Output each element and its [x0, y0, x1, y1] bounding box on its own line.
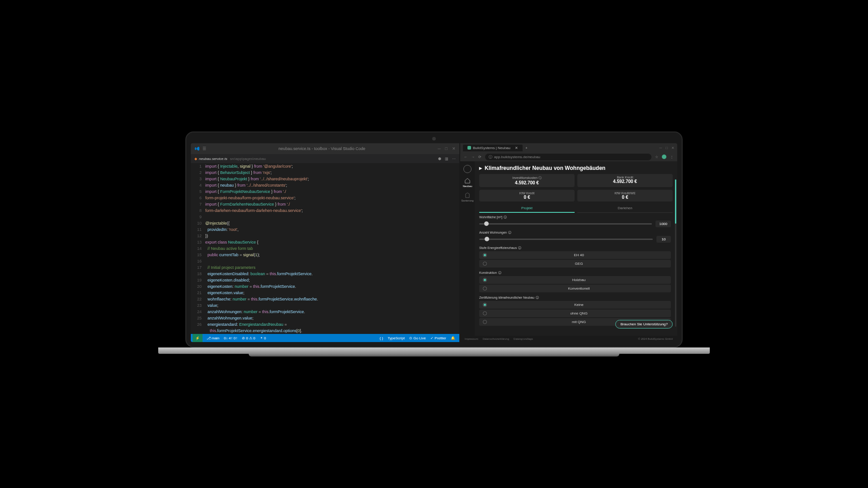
laptop-foot: [249, 354, 619, 357]
footer-privacy[interactable]: Datenschutzerklärung: [483, 338, 509, 340]
home-icon: [464, 178, 471, 184]
split-icon[interactable]: ▥: [445, 157, 448, 161]
footer-data[interactable]: Datengrundlage: [514, 338, 533, 340]
vscode-window: ☰ neubau.service.ts - toolbox - Visual S…: [191, 143, 459, 342]
menu-icon[interactable]: ☰: [203, 146, 206, 151]
browser-window: BuildSystems | Neubau ✕ + ─ □ ✕ ← → ⟳ ⓘ …: [460, 143, 677, 342]
tab-path: src\app\pages\neubau: [230, 157, 266, 161]
radio-button-icon: [483, 286, 487, 291]
info-icon[interactable]: i: [498, 271, 501, 274]
radio-option[interactable]: GEG: [479, 260, 671, 267]
radio-button-icon: [483, 311, 487, 315]
vscode-titlebar: ☰ neubau.service.ts - toolbox - Visual S…: [191, 143, 459, 154]
minimize-button[interactable]: ─: [438, 146, 440, 151]
building-icon: [464, 192, 471, 198]
scroll-indicator[interactable]: [675, 179, 676, 327]
info-icon[interactable]: i: [536, 296, 539, 299]
app-footer: Impressum Datenschutzerklärung Datengrun…: [460, 336, 677, 342]
side-nav: Neubau Sanierung: [460, 161, 475, 336]
tab-projekt[interactable]: Projekt: [479, 204, 575, 213]
language-mode[interactable]: TypeScript: [387, 336, 405, 340]
braces-icon[interactable]: { }: [380, 336, 383, 340]
branch-status[interactable]: ⎇ main: [207, 336, 219, 340]
tab-darlehen[interactable]: Darlehen: [577, 204, 673, 213]
form-area: Wohnfläche [m²] i1000Anzahl Wohnungen i1…: [479, 216, 673, 332]
code-editor[interactable]: 1234567891011121314151617181920212223242…: [191, 163, 459, 334]
back-button[interactable]: ←: [464, 155, 467, 159]
form-tabs: ProjektDarlehen: [479, 204, 673, 213]
kpi-card: Investitionskosten ⓘ4.592.700 €: [479, 174, 575, 187]
nav-sanierung[interactable]: Sanierung: [461, 192, 473, 202]
radio-option[interactable]: ohne QNG: [479, 310, 671, 317]
radio-field: Konstruktion iHolzbauKonventionell: [479, 271, 671, 292]
info-icon[interactable]: i: [508, 231, 511, 234]
forward-button[interactable]: →: [471, 155, 475, 159]
browser-menu-icon[interactable]: ⋮: [670, 155, 674, 159]
camera-dot: [432, 137, 436, 141]
radio-button-icon: [483, 262, 487, 266]
remote-button[interactable]: ⚡: [193, 334, 203, 342]
profile-icon[interactable]: [662, 155, 666, 159]
slider-value[interactable]: 10: [656, 236, 671, 243]
radio-button-icon: [483, 303, 487, 307]
url-input[interactable]: ⓘ app.buildsystems.de/neubau: [485, 154, 651, 160]
problems-status[interactable]: ⊘ 0 ⚠ 0: [242, 336, 255, 340]
ports-status[interactable]: ⚬ 0: [260, 336, 266, 340]
help-button[interactable]: Brauchen Sie Unterstützung?: [615, 320, 673, 328]
editor-tab-bar: ◆ neubau.service.ts src\app\pages\neubau…: [191, 154, 459, 163]
maximize-button[interactable]: □: [445, 146, 448, 151]
browser-tab-bar: BuildSystems | Neubau ✕ + ─ □ ✕: [460, 143, 677, 152]
more-icon[interactable]: ⋯: [452, 157, 456, 161]
browser-maximize[interactable]: □: [665, 146, 668, 150]
laptop-frame: ☰ neubau.service.ts - toolbox - Visual S…: [185, 131, 683, 357]
slider-input[interactable]: [479, 239, 653, 240]
slider-input[interactable]: [479, 223, 652, 225]
reload-button[interactable]: ⟳: [478, 155, 481, 159]
page-title: ▸ Klimafreundlicher Neubau von Wohngebäu…: [479, 165, 673, 171]
radio-option[interactable]: EH 40: [479, 251, 671, 259]
app-content: Neubau Sanierung ▸ Klimafreundlicher Neu…: [460, 161, 677, 336]
browser-tab[interactable]: BuildSystems | Neubau ✕: [463, 145, 523, 151]
file-icon: ◆: [194, 157, 197, 161]
address-bar-row: ← → ⟳ ⓘ app.buildsystems.de/neubau ☆ ⋮: [460, 152, 677, 161]
vscode-icon: [194, 146, 200, 151]
slider-field: Wohnfläche [m²] i1000: [479, 216, 671, 227]
browser-close[interactable]: ✕: [671, 146, 675, 150]
kpi-card: Bank Kredit4.592.700 €: [577, 174, 673, 187]
star-icon[interactable]: ☆: [655, 155, 658, 159]
nav-neubau[interactable]: Neubau: [462, 178, 472, 188]
radio-field: Stufe Energieeffizienzhaus iEH 40GEG: [479, 246, 671, 267]
slider-field: Anzahl Wohnungen i10: [479, 231, 671, 243]
kpi-card: KfW Kredit/WE0 €: [577, 190, 673, 202]
new-tab-button[interactable]: +: [525, 146, 528, 150]
slider-value[interactable]: 1000: [656, 221, 671, 227]
radio-button-icon: [483, 253, 487, 257]
favicon: [467, 146, 471, 150]
prettier-status[interactable]: ✓ Prettier: [430, 336, 446, 340]
tab-filename[interactable]: neubau.service.ts: [199, 157, 227, 161]
go-live-button[interactable]: ⊙ Go Live: [409, 336, 426, 340]
footer-impressum[interactable]: Impressum: [465, 338, 478, 340]
radio-option[interactable]: Keine: [479, 301, 671, 309]
lock-icon: ⓘ: [489, 155, 492, 160]
radio-option[interactable]: Konventionell: [479, 285, 671, 292]
app-logo[interactable]: [463, 165, 472, 173]
radio-button-icon: [483, 320, 487, 324]
info-icon[interactable]: i: [518, 246, 521, 249]
radio-option[interactable]: Holzbau: [479, 276, 671, 284]
sync-status[interactable]: 0↓ 4↑ 0↑: [224, 336, 237, 340]
kpi-card: KfW Kredit0 €: [479, 190, 575, 202]
browser-minimize[interactable]: ─: [659, 146, 662, 150]
status-bar: ⚡ ⎇ main 0↓ 4↑ 0↑ ⊘ 0 ⚠ 0 ⚬ 0 { } TypeSc…: [191, 334, 459, 342]
close-tab-icon[interactable]: ✕: [515, 146, 518, 150]
chevron-right-icon: ▸: [479, 165, 482, 171]
close-button[interactable]: ✕: [452, 146, 456, 151]
notifications-icon[interactable]: 🔔: [451, 336, 455, 340]
laptop-base: [158, 347, 710, 354]
radio-button-icon: [483, 278, 487, 282]
footer-copyright: © 2024 BuildSystems GmbH: [638, 338, 673, 340]
copilot-icon[interactable]: ⬢: [438, 157, 441, 161]
main-panel: ▸ Klimafreundlicher Neubau von Wohngebäu…: [475, 161, 677, 336]
info-icon[interactable]: i: [504, 216, 507, 219]
window-title: neubau.service.ts - toolbox - Visual Stu…: [206, 146, 438, 151]
